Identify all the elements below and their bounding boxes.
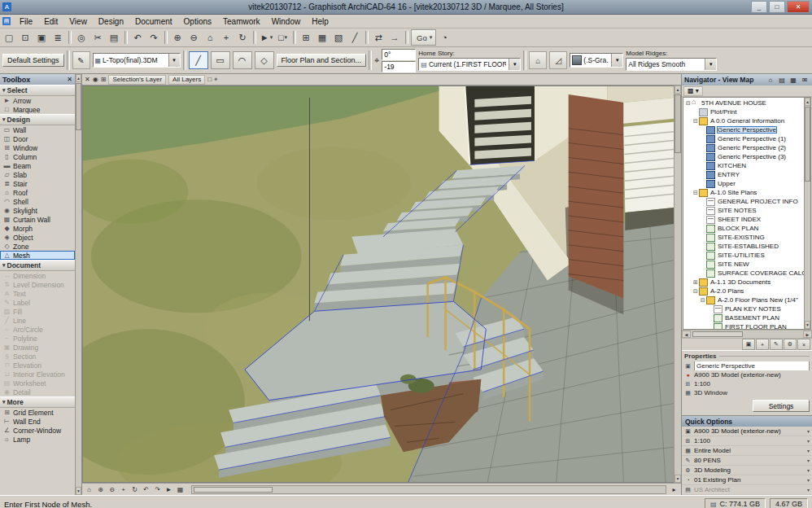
delete-icon[interactable]: ×	[797, 339, 810, 350]
tool-door[interactable]: ▾ ◫ Door	[0, 134, 75, 143]
crosshair-icon[interactable]: ⌖	[214, 76, 218, 84]
tree-item[interactable]: Generic Perspective (3)	[683, 152, 804, 161]
tool-arc-circle[interactable]: ▾ ○ Arc/Circle	[0, 325, 75, 334]
pan-icon[interactable]: +	[219, 30, 234, 45]
tool-beam[interactable]: ▾ ▬ Beam	[0, 161, 75, 170]
groups-icon[interactable]: ▧	[331, 30, 347, 45]
chevron-down-icon[interactable]: ▾	[509, 59, 520, 70]
default-settings-button[interactable]: Default Settings	[2, 54, 64, 67]
tree-item[interactable]: SITE NOTES	[683, 206, 804, 215]
tool-dimension[interactable]: ▾ ↔ Dimension	[0, 271, 75, 280]
magic-wand-button[interactable]: ⌂	[529, 51, 547, 69]
maximize-button[interactable]: □	[769, 1, 785, 13]
zoom-in-icon[interactable]: ⊕	[95, 486, 106, 493]
floor-plan-section-button[interactable]: Floor Plan and Section...	[277, 54, 367, 67]
tool-text[interactable]: ▾ A Text	[0, 289, 75, 298]
eye-icon[interactable]: ◉	[93, 76, 98, 83]
tree-item[interactable]: SITE NEW	[683, 260, 804, 269]
quick-option-row[interactable]: ▤ US Architect ▾	[682, 485, 812, 495]
scroll-down-icon[interactable]: ▼	[76, 487, 81, 495]
tree-item[interactable]: ⊟ A-2.0 Floor Plans New (1/4"	[683, 296, 804, 304]
save-view-icon[interactable]: +	[756, 339, 769, 350]
scroll-right-icon[interactable]: ▸	[669, 486, 679, 493]
section-design[interactable]: ▾ Design	[0, 114, 75, 125]
tool-interior-elevation[interactable]: ▾ ⊔ Interior Elevation	[0, 370, 75, 379]
model-ridges-combo[interactable]: All Ridges Smooth ▾	[626, 58, 717, 71]
tree-item[interactable]: Generic Perspective	[683, 125, 804, 134]
scroll-right-icon[interactable]: ▶	[803, 331, 812, 338]
section-select[interactable]: ▾ Select	[0, 85, 75, 96]
tree-item[interactable]: SHEET INDEX	[683, 215, 804, 224]
tree-item[interactable]: ⊟ A-1.0 Site Plans	[683, 188, 804, 197]
find-select-icon[interactable]: ◎	[74, 30, 89, 45]
go-combo[interactable]: Go▾	[411, 29, 436, 46]
zoom-out-icon[interactable]: ⊖	[186, 30, 202, 45]
tool-column[interactable]: ▾ ▯ Column	[0, 152, 75, 161]
grid-icon[interactable]: ⊞	[101, 76, 107, 83]
chevron-down-icon[interactable]: ▾	[807, 477, 810, 483]
tree-item[interactable]: ⊞ A-1.1 3D Documents	[683, 278, 804, 287]
fit-in-window-icon[interactable]: ⌂	[203, 30, 218, 45]
tree-item[interactable]: BASEMENT PLAN	[683, 313, 804, 322]
tree-item[interactable]: SITE-EXISTING	[683, 233, 804, 242]
chevron-down-icon[interactable]: ▾	[807, 487, 810, 493]
scroll-left-icon[interactable]: ◀	[682, 331, 691, 338]
vertical-scrollbar[interactable]: ▲ ▼	[674, 85, 681, 483]
tool-elevation[interactable]: ▾ ⊓ Elevation	[0, 361, 75, 370]
tree-item[interactable]: Plot/Print	[683, 107, 804, 116]
tool-arrow[interactable]: ▾ ► Arrow	[0, 96, 75, 105]
roof-wizard-button[interactable]: ◿	[549, 51, 567, 69]
chevron-down-icon[interactable]: ▾	[807, 458, 810, 463]
quick-option-row[interactable]: ⚙ 3D Modeling ▾	[682, 466, 812, 475]
layout-icon[interactable]: ▦	[175, 486, 186, 493]
scrollbar-thumb[interactable]	[76, 83, 81, 130]
scrollbar-thumb[interactable]	[194, 487, 273, 493]
print-icon[interactable]: ≣	[50, 30, 66, 45]
pan-icon[interactable]: +	[118, 486, 129, 493]
tree-item[interactable]: ENTRY	[683, 170, 804, 179]
tree-item[interactable]: FIRST FLOOR PLAN	[683, 322, 804, 329]
layer-combo[interactable]: ▦ L-Topo(final).3DM ▾	[93, 53, 181, 68]
tree-item[interactable]: Generic Perspective (1)	[683, 134, 804, 143]
menu-item[interactable]: Options	[178, 16, 217, 27]
tree-scrollbar[interactable]: ▲ ▼	[804, 98, 810, 329]
close-icon[interactable]: ✕	[85, 76, 90, 83]
orbit-icon[interactable]: ↻	[235, 30, 251, 45]
quick-option-row[interactable]: ⊞ 1:100 ▾	[682, 436, 812, 446]
home-story-combo[interactable]: ▤ Current (1.FIRST FLOOR) ▾	[418, 58, 521, 71]
expander-icon[interactable]: ⊞	[692, 279, 699, 286]
settings-button[interactable]: Settings	[753, 400, 810, 412]
tool-mesh[interactable]: ▾ △ Mesh	[0, 251, 75, 260]
walk-mode-icon[interactable]: ►	[164, 486, 174, 493]
chevron-down-icon[interactable]: ▾	[611, 54, 622, 67]
save-icon[interactable]: ▣	[34, 30, 50, 45]
new-folder-icon[interactable]: ▣	[742, 339, 755, 350]
menu-item[interactable]: Window	[266, 16, 307, 27]
project-map-icon[interactable]: ⌂	[766, 77, 775, 84]
open-file-icon[interactable]: ⊡	[18, 30, 33, 45]
geometry-line-button[interactable]: ╱	[189, 51, 208, 69]
horizontal-scrollbar[interactable]	[191, 485, 666, 494]
fit-in-window-icon[interactable]: ⌂	[84, 486, 94, 493]
tool-curtain-wall[interactable]: ▾ ▦ Curtain Wall	[0, 215, 75, 224]
selections-layer-button[interactable]: Selection's Layer	[108, 75, 166, 85]
layout-book-icon[interactable]: ▦	[788, 77, 798, 84]
zoom-out-icon[interactable]: ⊖	[107, 486, 117, 493]
tree-item[interactable]: Generic Perspective (2)	[683, 143, 804, 152]
expander-icon[interactable]: ⊟	[700, 297, 706, 304]
scrollbar-thumb[interactable]	[805, 107, 810, 182]
tool-corner-window[interactable]: ▾ ∠ Corner-Window	[0, 426, 75, 435]
chevron-down-icon[interactable]: ▾	[807, 467, 810, 473]
redo-icon[interactable]: ↷	[146, 30, 162, 45]
tool-drawing[interactable]: ▾ ▣ Drawing	[0, 343, 75, 352]
close-button[interactable]: ✕	[787, 1, 810, 13]
scrollbar-thumb[interactable]	[692, 331, 743, 337]
tree-horizontal-scrollbar[interactable]: ◀ ▶	[682, 330, 812, 338]
layers-icon[interactable]: ▦	[315, 30, 330, 45]
arrow-mode-combo[interactable]: ►▾	[259, 30, 274, 45]
teamwork-icon[interactable]: ⇄	[371, 30, 386, 45]
tool-window[interactable]: ▾ ⊞ Window	[0, 143, 75, 152]
quick-option-row[interactable]: ▣ A900 3D Model (exterior-new) ▾	[682, 427, 812, 436]
section-document[interactable]: ▾ Document	[0, 260, 75, 271]
toolbox-scrollbar[interactable]: ▲ ▼	[75, 74, 81, 495]
